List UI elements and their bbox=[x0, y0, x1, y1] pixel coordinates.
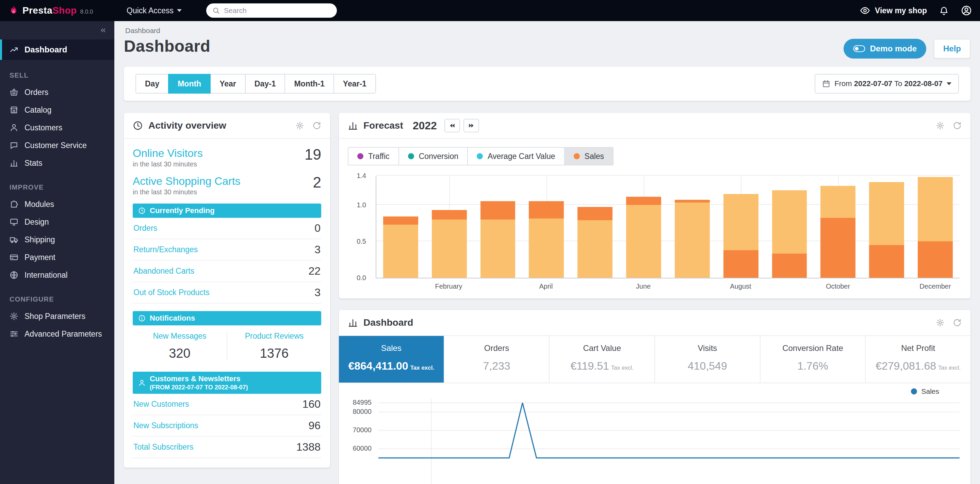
returns-link[interactable]: Return/Exchanges bbox=[134, 245, 198, 254]
truck-icon bbox=[10, 235, 18, 244]
quick-access-dropdown[interactable]: Quick Access bbox=[127, 6, 182, 15]
version-label: 8.0.0 bbox=[80, 8, 93, 15]
new-customers-link[interactable]: New Customers bbox=[134, 400, 189, 409]
skip-forward-icon[interactable] bbox=[463, 119, 479, 132]
prestashop-logo[interactable]: PrestaShop 8.0.0 bbox=[8, 5, 115, 16]
sidebar-item-payment[interactable]: Payment bbox=[0, 248, 115, 266]
flame-icon bbox=[8, 5, 19, 16]
view-my-shop-link[interactable]: View my shop bbox=[860, 5, 927, 16]
notifications-band: Notifications bbox=[133, 311, 321, 325]
topbar-actions: View my shop bbox=[860, 5, 972, 16]
orders-link[interactable]: Orders bbox=[134, 224, 157, 233]
gear-icon[interactable] bbox=[295, 121, 304, 130]
metric-conversion-rate[interactable]: Conversion Rate 1.76% bbox=[760, 336, 866, 382]
store-icon bbox=[10, 105, 18, 115]
notifications-columns: New Messages 320 Product Reviews 1376 bbox=[133, 325, 321, 364]
main-content: Dashboard Dashboard Demo mode Help Day M… bbox=[115, 21, 980, 484]
period-toolbar: Day Month Year Day-1 Month-1 Year-1 From… bbox=[124, 67, 970, 101]
tab-conversion[interactable]: Conversion bbox=[398, 147, 468, 166]
page-title: Dashboard bbox=[124, 37, 210, 56]
sidebar-item-advanced-parameters[interactable]: Advanced Parameters bbox=[0, 325, 115, 343]
sidebar-item-design[interactable]: Design bbox=[0, 213, 115, 231]
double-chevron-left-icon[interactable] bbox=[99, 27, 107, 34]
sidebar-item-label: Payment bbox=[24, 253, 56, 262]
sidebar-item-customer-service[interactable]: Customer Service bbox=[0, 137, 115, 154]
forecast-x-tick bbox=[375, 282, 424, 290]
active-carts-link[interactable]: Active Shopping Carts bbox=[133, 175, 240, 188]
sidebar-item-dashboard[interactable]: Dashboard bbox=[0, 40, 115, 60]
forecast-y-tick: 0.0 bbox=[356, 274, 366, 282]
line-y-tick: 60000 bbox=[353, 444, 372, 452]
metric-visits[interactable]: Visits 410,549 bbox=[655, 336, 760, 382]
period-month-button[interactable]: Month bbox=[168, 74, 211, 94]
sidebar-item-label: Customer Service bbox=[24, 141, 87, 150]
sidebar-item-customers[interactable]: Customers bbox=[0, 119, 115, 137]
period-day-button[interactable]: Day bbox=[135, 74, 169, 94]
refresh-icon[interactable] bbox=[312, 121, 321, 130]
clock-icon bbox=[138, 207, 146, 215]
product-reviews-link[interactable]: Product Reviews bbox=[227, 331, 321, 341]
forecast-y-tick: 0.5 bbox=[356, 237, 366, 245]
refresh-icon[interactable] bbox=[953, 121, 962, 130]
sidebar-item-international[interactable]: International bbox=[0, 266, 115, 284]
panel-tools bbox=[295, 121, 321, 130]
online-visitors-stat: Online Visitors in the last 30 minutes 1… bbox=[133, 147, 321, 168]
header-actions: Demo mode Help bbox=[843, 39, 970, 59]
sales-legend-dot-icon bbox=[911, 388, 917, 395]
metric-net-profit[interactable]: Net Profit €279,081.68Tax excl. bbox=[865, 336, 970, 382]
period-day-1-button[interactable]: Day-1 bbox=[245, 74, 285, 94]
new-subscriptions-link[interactable]: New Subscriptions bbox=[134, 421, 198, 430]
user-icon bbox=[10, 123, 18, 132]
period-year-1-button[interactable]: Year-1 bbox=[334, 74, 376, 94]
metric-sales[interactable]: Sales €864,411.00Tax excl. bbox=[339, 336, 444, 382]
demo-mode-button[interactable]: Demo mode bbox=[843, 39, 926, 59]
forecast-bar-february bbox=[432, 210, 467, 278]
sidebar-item-stats[interactable]: Stats bbox=[0, 154, 115, 172]
total-subscribers-link[interactable]: Total Subscribers bbox=[134, 443, 193, 452]
sidebar-item-shop-parameters[interactable]: Shop Parameters bbox=[0, 307, 115, 325]
gear-icon[interactable] bbox=[936, 121, 945, 130]
sidebar-item-modules[interactable]: Modules bbox=[0, 195, 115, 213]
search-input[interactable] bbox=[224, 6, 331, 14]
user-circle-icon[interactable] bbox=[961, 5, 972, 16]
panel-tools bbox=[936, 318, 962, 327]
forecast-bar-december bbox=[918, 177, 953, 278]
online-visitors-link[interactable]: Online Visitors bbox=[133, 147, 203, 160]
forecast-bar-august bbox=[724, 194, 759, 278]
sidebar-item-label: International bbox=[24, 271, 68, 280]
help-button[interactable]: Help bbox=[934, 39, 970, 59]
new-messages-link[interactable]: New Messages bbox=[133, 331, 227, 341]
sidebar-item-orders[interactable]: Orders bbox=[0, 83, 115, 101]
conversion-dot-icon bbox=[408, 153, 414, 159]
page-header: Dashboard Demo mode Help bbox=[124, 37, 970, 59]
credit-card-icon bbox=[10, 253, 18, 262]
tab-sales[interactable]: Sales bbox=[564, 147, 614, 166]
sidebar-section-title-sell: SELL bbox=[0, 72, 115, 83]
chevron-down-icon bbox=[947, 82, 951, 85]
gear-icon[interactable] bbox=[936, 318, 945, 327]
metric-cart-value[interactable]: Cart Value €119.51Tax excl. bbox=[550, 336, 655, 382]
calendar-icon bbox=[822, 80, 830, 88]
out-of-stock-link[interactable]: Out of Stock Products bbox=[134, 288, 210, 297]
abandoned-carts-link[interactable]: Abandoned Carts bbox=[134, 266, 194, 276]
active-carts-sub: in the last 30 minutes bbox=[133, 188, 240, 196]
forecast-slot-november bbox=[862, 176, 911, 278]
tab-traffic[interactable]: Traffic bbox=[348, 147, 399, 166]
online-visitors-value: 19 bbox=[305, 147, 321, 162]
metric-orders[interactable]: Orders 7,233 bbox=[444, 336, 550, 382]
bell-icon[interactable] bbox=[939, 6, 949, 15]
refresh-icon[interactable] bbox=[953, 318, 962, 327]
skip-back-icon[interactable] bbox=[444, 119, 460, 132]
sales-dot-icon bbox=[574, 153, 580, 159]
chart-legend[interactable]: Sales bbox=[379, 383, 959, 398]
forecast-x-tick bbox=[668, 282, 716, 290]
sidebar-item-shipping[interactable]: Shipping bbox=[0, 231, 115, 248]
sidebar-item-catalog[interactable]: Catalog bbox=[0, 101, 115, 119]
period-year-button[interactable]: Year bbox=[210, 74, 246, 94]
date-range-picker[interactable]: From 2022-07-07 To 2022-08-07 bbox=[815, 74, 959, 94]
forecast-x-tick bbox=[765, 282, 814, 290]
tab-average-cart-value[interactable]: Average Cart Value bbox=[467, 147, 565, 166]
period-month-1-button[interactable]: Month-1 bbox=[285, 74, 334, 94]
line-y-tick: 84995 bbox=[353, 398, 372, 406]
forecast-x-tick: June bbox=[619, 282, 668, 290]
